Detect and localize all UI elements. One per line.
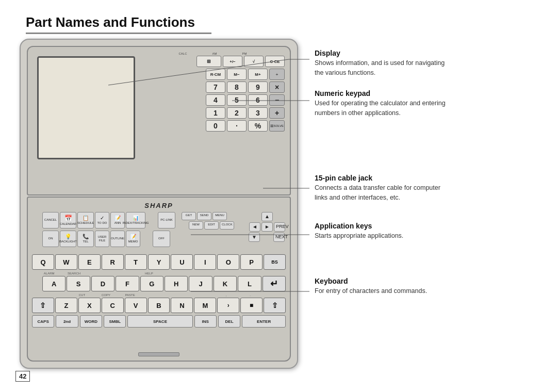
key-p[interactable]: P <box>240 254 263 270</box>
nav-right-key[interactable]: ► <box>261 222 273 232</box>
pm-label: PM <box>242 52 247 55</box>
key-d[interactable]: D <box>91 276 114 291</box>
key-x[interactable]: X <box>78 298 101 313</box>
app-keys-annotation: Application keys Starts appropriate appl… <box>315 222 403 241</box>
2nd-key[interactable]: 2nd <box>56 315 78 328</box>
key-b[interactable]: B <box>148 298 170 313</box>
c-ce-key[interactable]: C·CE <box>265 56 285 67</box>
clock-key[interactable]: CLOCK <box>220 221 234 230</box>
nav-left-key[interactable]: ◄ <box>249 222 260 232</box>
key-1[interactable]: 1 <box>206 107 225 119</box>
key-l[interactable]: L <box>238 276 261 291</box>
key-i[interactable]: I <box>194 254 216 270</box>
memo-key[interactable]: 📝MEMO <box>126 231 140 247</box>
key-m[interactable]: M <box>194 298 216 313</box>
send-key[interactable]: SEND <box>197 212 211 220</box>
multiply-key[interactable]: × <box>269 81 285 93</box>
key-n[interactable]: N <box>171 298 193 313</box>
pc-link-key[interactable]: PC-LINK <box>158 212 175 228</box>
key-g[interactable]: G <box>140 276 163 291</box>
key-e[interactable]: E <box>78 254 101 270</box>
off-key[interactable]: OFF <box>153 231 170 247</box>
key-j[interactable]: J <box>189 276 212 291</box>
userfile-key[interactable]: USER FILE <box>95 231 109 247</box>
backspace-key[interactable]: BS <box>264 254 286 270</box>
key-t[interactable]: T <box>125 254 147 270</box>
numeric-keypad-text: Used for operating the calculator and en… <box>315 99 446 118</box>
right-shift-key[interactable]: ⇧ <box>264 298 286 313</box>
menu-key[interactable]: MENU <box>212 212 227 220</box>
outline-key[interactable]: OUTLINE <box>110 231 125 247</box>
cancel-key[interactable]: CANCEL <box>42 212 59 228</box>
plus-minus-key[interactable]: +/− <box>223 56 242 67</box>
key-f[interactable]: F <box>116 276 139 291</box>
key-comma[interactable]: › <box>217 298 239 313</box>
tel-key[interactable]: 📞TEL <box>77 231 94 247</box>
ins-key[interactable]: INS <box>194 315 217 328</box>
nav-down-key[interactable]: ▼ <box>249 233 260 242</box>
on-key[interactable]: ON <box>42 231 59 247</box>
index-key[interactable]: 📊INDEX/TRACKING <box>126 212 145 228</box>
key-2[interactable]: 2 <box>227 107 247 119</box>
key-h[interactable]: H <box>165 276 188 291</box>
sqrt-key[interactable]: √ <box>244 56 264 67</box>
prev-key[interactable]: PREV <box>274 222 285 232</box>
key-3[interactable]: 3 <box>248 107 268 119</box>
dot-key[interactable]: · <box>227 120 247 132</box>
key-s[interactable]: S <box>67 276 90 291</box>
display-title: Display <box>315 49 445 57</box>
key-r[interactable]: R <box>102 254 124 270</box>
todo-key[interactable]: ✓TO DO <box>95 212 109 228</box>
caps-key[interactable]: CAPS <box>32 315 54 328</box>
numpad-row-6: 0 · % =SOLVE <box>166 120 285 132</box>
key-y[interactable]: Y <box>148 254 170 270</box>
m-minus-key[interactable]: M− <box>227 69 247 80</box>
key-7[interactable]: 7 <box>206 81 225 93</box>
ann-key[interactable]: 📝ANN <box>110 212 125 228</box>
space-key[interactable]: SPACE <box>127 315 192 328</box>
key-q[interactable]: Q <box>32 254 54 270</box>
key-z[interactable]: Z <box>55 298 77 313</box>
spacer5 <box>261 233 272 242</box>
key-c[interactable]: C <box>102 298 124 313</box>
equals-key[interactable]: =SOLVE <box>269 120 285 132</box>
key-5[interactable]: 5 <box>227 94 247 106</box>
key-8[interactable]: 8 <box>227 81 247 93</box>
key-0[interactable]: 0 <box>206 120 225 132</box>
edit-key[interactable]: EDIT <box>204 221 219 230</box>
word-key[interactable]: WORD <box>80 315 102 328</box>
key-k[interactable]: K <box>214 276 237 291</box>
schedule-key[interactable]: 📋SCHEDULE <box>77 212 94 228</box>
m-plus-key[interactable]: M+ <box>248 69 268 80</box>
nav-up-key[interactable]: ▲ <box>261 212 273 221</box>
numpad-row-5: 1 2 3 + <box>166 107 285 119</box>
smbl-key[interactable]: SMBL <box>104 315 126 328</box>
bottom-func-row: CAPS 2nd WORD SMBL SPACE INS DEL ENTER <box>32 315 286 328</box>
enter-key[interactable]: ENTER <box>242 315 286 328</box>
key-a[interactable]: A <box>42 276 65 291</box>
calendar-key[interactable]: 📅CALENDAR <box>60 212 76 228</box>
minus-key[interactable]: − <box>269 94 285 106</box>
backlight-key[interactable]: 💡BACKLIGHT <box>60 231 76 247</box>
key-o[interactable]: O <box>217 254 239 270</box>
rcm-key[interactable]: R·CM <box>206 69 225 80</box>
divide-key[interactable]: ÷ <box>269 69 285 80</box>
key-6[interactable]: 6 <box>248 94 268 106</box>
get-key[interactable]: GET <box>182 212 196 220</box>
key-w[interactable]: W <box>55 254 77 270</box>
key-9[interactable]: 9 <box>248 81 268 93</box>
next-key[interactable]: NEXT <box>273 233 285 242</box>
display-annotation: Display Shows information, and is used f… <box>315 49 445 78</box>
plus-key[interactable]: + <box>269 107 285 119</box>
calc-icon-key[interactable]: ⊞ <box>196 56 221 67</box>
key-period[interactable]: ■ <box>240 298 263 313</box>
enter-symbol-key[interactable]: ↵ <box>263 276 286 291</box>
left-shift-key[interactable]: ⇧ <box>32 298 54 313</box>
key-u[interactable]: U <box>171 254 193 270</box>
calc-labels: CALC AM PM <box>166 52 285 55</box>
new-key[interactable]: NEW <box>189 221 203 230</box>
percent-key[interactable]: % <box>248 120 268 132</box>
del-key[interactable]: DEL <box>218 315 240 328</box>
key-4[interactable]: 4 <box>206 94 225 106</box>
key-v[interactable]: V <box>125 298 147 313</box>
